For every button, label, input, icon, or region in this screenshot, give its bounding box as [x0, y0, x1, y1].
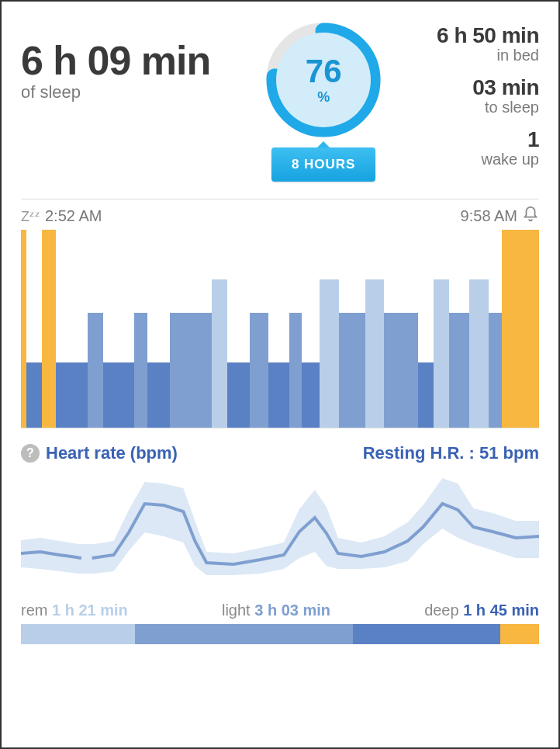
percent-symbol: %	[317, 89, 330, 106]
stage-bar-deep	[302, 362, 320, 428]
divider	[21, 199, 539, 199]
rem-value: 1 h 21 min	[52, 602, 128, 619]
stage-bar-deep	[56, 362, 87, 428]
wake-up-value: 1	[437, 127, 539, 152]
rem-label: rem	[21, 602, 47, 619]
stage-bar-light	[339, 313, 365, 428]
wake-up-label: wake up	[437, 151, 539, 168]
sleep-icon: Zᶻᶻ	[21, 208, 40, 225]
sleep-start-time: 2:52 AM	[45, 207, 102, 225]
sleep-score-gauge: 76 %	[265, 22, 382, 138]
phase-summary: rem 1 h 21 min light 3 h 03 min deep 1 h…	[21, 602, 539, 644]
stage-bar-deep	[26, 362, 42, 428]
stage-bar-deep	[268, 362, 289, 428]
secondary-stats: 6 h 50 min in bed 03 min to sleep 1 wake…	[437, 17, 539, 179]
stage-bar-awake	[502, 230, 539, 428]
stage-bar-deep	[227, 362, 250, 428]
stage-bar-light	[134, 313, 147, 428]
stage-bar-rem	[320, 279, 339, 428]
to-sleep-label: to sleep	[437, 99, 539, 116]
heart-rate-title: Heart rate (bpm)	[46, 443, 178, 463]
stage-bar-light	[170, 313, 211, 428]
phase-distribution-bar[interactable]	[21, 624, 539, 644]
stage-bar-rem	[469, 279, 488, 428]
timeline-row: Zᶻᶻ 2:52 AM 9:58 AM	[21, 206, 539, 227]
stage-bar-awake	[21, 230, 26, 428]
stage-bar-light	[489, 313, 502, 428]
stage-bar-rem	[365, 279, 384, 428]
sleep-total-label: of sleep	[21, 82, 210, 102]
sleep-score: 76 % 8 HOURS	[265, 22, 382, 182]
heart-rate-chart[interactable]	[21, 466, 539, 591]
sleep-goal-button[interactable]: 8 HOURS	[271, 147, 376, 182]
stage-bar-light	[88, 313, 103, 428]
alarm-icon	[522, 206, 539, 227]
in-bed-label: in bed	[437, 47, 539, 64]
sleep-score-value: 76	[306, 55, 342, 88]
stage-bar-deep	[147, 362, 170, 428]
light-value: 3 h 03 min	[254, 602, 330, 619]
sleep-total: 6 h 09 min of sleep	[21, 17, 210, 102]
gauge-center: 76 %	[276, 33, 371, 127]
in-bed-value: 6 h 50 min	[437, 23, 539, 48]
stage-bar-rem	[434, 279, 449, 428]
stage-bar-awake	[42, 230, 57, 428]
to-sleep-value: 03 min	[437, 75, 539, 100]
sleep-stages-chart[interactable]	[21, 230, 539, 428]
sleep-end-time: 9:58 AM	[461, 207, 517, 225]
stage-bar-deep	[103, 362, 134, 428]
stage-bar-light	[250, 313, 268, 428]
stage-bar-light	[449, 313, 470, 428]
help-icon[interactable]: ?	[21, 444, 40, 463]
deep-label: deep	[424, 602, 459, 619]
resting-hr-value: Resting H.R. : 51 bpm	[363, 443, 539, 463]
stage-bar-deep	[418, 362, 434, 428]
stage-bar-light	[384, 313, 418, 428]
deep-value: 1 h 45 min	[463, 602, 539, 619]
stage-bar-light	[289, 313, 302, 428]
light-label: light	[222, 602, 251, 619]
sleep-total-value: 6 h 09 min	[21, 40, 210, 81]
stage-bar-rem	[212, 279, 227, 428]
